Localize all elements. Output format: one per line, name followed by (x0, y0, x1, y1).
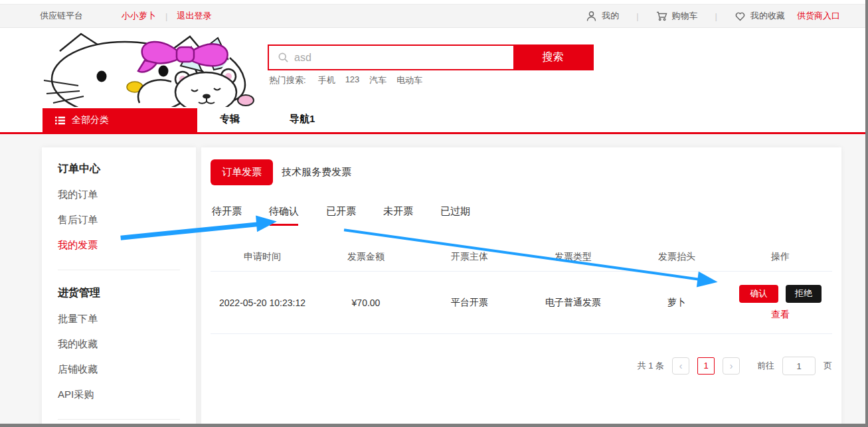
confirm-button[interactable]: 确认 (739, 285, 778, 303)
search-input[interactable] (294, 46, 513, 69)
topbar-divider: | (165, 11, 167, 21)
tab-expired[interactable]: 已过期 (440, 205, 470, 226)
next-page-button[interactable]: › (723, 357, 740, 375)
invoice-table: 申请时间 发票金额 开票主体 发票类型 发票抬头 操作 2022-05-20 1… (211, 243, 832, 334)
cell-actions: 确认 拒绝 查看 (729, 285, 832, 321)
col-apply-time: 申请时间 (211, 251, 314, 263)
page-unit-label: 页 (824, 360, 832, 372)
menu-icon (54, 115, 66, 126)
my-account-link[interactable]: 我的 (586, 10, 619, 22)
table-row: 2022-05-20 10:23:12 ¥70.00 平台开票 电子普通发票 萝… (211, 272, 832, 334)
col-invoice-type: 发票类型 (521, 251, 625, 263)
logout-link[interactable]: 退出登录 (177, 10, 211, 22)
nav-item-nav1[interactable]: 导航1 (290, 113, 315, 126)
search-button[interactable]: 搜索 (513, 46, 592, 69)
username-link[interactable]: 小小萝卜 (122, 10, 156, 22)
table-header-row: 申请时间 发票金额 开票主体 发票类型 发票抬头 操作 (211, 243, 832, 272)
sidebar-item-aftersale-orders[interactable]: 售后订单 (58, 214, 180, 226)
content-area: 订单中心 我的订单 售后订单 我的发票 进货管理 批量下单 我的收藏 店铺收藏 … (0, 134, 865, 424)
hot-search-label: 热门搜索: (269, 74, 306, 86)
search-icon (278, 52, 289, 63)
cart-icon (656, 11, 667, 22)
supplier-entry-link[interactable]: 供货商入口 (797, 10, 840, 22)
tab-pending-confirm[interactable]: 待确认 (269, 205, 299, 226)
sidebar-item-my-invoices[interactable]: 我的发票 (58, 239, 180, 252)
chevron-right-icon: › (730, 361, 733, 371)
col-issuer: 开票主体 (418, 251, 521, 263)
sidebar: 订单中心 我的订单 售后订单 我的发票 进货管理 批量下单 我的收藏 店铺收藏 … (42, 147, 196, 427)
tab-tech-service-invoice[interactable]: 技术服务费发票 (282, 166, 351, 179)
heart-icon (735, 11, 746, 22)
chevron-left-icon: ‹ (679, 361, 683, 371)
all-categories-button[interactable]: 全部分类 (43, 108, 197, 132)
topbar: 供应链平台 小小萝卜 | 退出登录 我的 | 购物车 | (0, 4, 865, 28)
cell-invoice-title: 萝卜 (625, 297, 729, 309)
sidebar-divider (58, 270, 180, 270)
hot-keyword[interactable]: 电动车 (396, 74, 422, 86)
cell-invoice-type: 电子普通发票 (521, 297, 625, 309)
cell-apply-time: 2022-05-20 10:23:12 (211, 298, 314, 308)
status-tabs: 待开票 待确认 已开票 未开票 已过期 (212, 205, 832, 226)
cell-issuer: 平台开票 (418, 297, 521, 309)
hot-keyword[interactable]: 手机 (318, 74, 335, 86)
logo-cat-image[interactable] (40, 31, 260, 107)
hot-keyword[interactable]: 汽车 (369, 74, 387, 86)
reject-button[interactable]: 拒绝 (786, 285, 822, 303)
user-icon (586, 11, 597, 22)
sidebar-item-my-favorites[interactable]: 我的收藏 (58, 338, 180, 351)
col-actions: 操作 (729, 251, 832, 263)
sidebar-divider (58, 419, 180, 420)
pagination: 共 1 条 ‹ 1 › 前往 页 (211, 357, 832, 375)
tab-pending-issue[interactable]: 待开票 (212, 205, 242, 226)
goto-label: 前往 (757, 360, 774, 372)
platform-title: 供应链平台 (40, 10, 83, 22)
tab-not-issued[interactable]: 未开票 (383, 205, 413, 226)
search-bar: 搜索 (268, 44, 594, 70)
sidebar-section-purchase-mgmt: 进货管理 (58, 286, 180, 300)
main-nav: 全部分类 专辑 导航1 (0, 108, 865, 132)
view-link[interactable]: 查看 (771, 309, 790, 321)
col-amount: 发票金额 (314, 251, 418, 263)
nav-item-album[interactable]: 专辑 (220, 113, 240, 126)
col-invoice-title: 发票抬头 (625, 251, 729, 263)
tab-issued[interactable]: 已开票 (326, 205, 356, 226)
cell-amount: ¥70.00 (314, 298, 418, 308)
sidebar-item-api-purchase[interactable]: API采购 (58, 388, 180, 401)
sidebar-item-shop-favorites[interactable]: 店铺收藏 (58, 363, 180, 376)
current-page-button[interactable]: 1 (697, 357, 715, 375)
topbar-divider: | (715, 11, 717, 21)
favorites-link[interactable]: 我的收藏 (735, 10, 785, 22)
goto-page-input[interactable] (782, 357, 816, 375)
invoice-panel: 订单发票 技术服务费发票 待开票 待确认 已开票 未开票 已过期 申请时间 发票… (201, 147, 841, 427)
sidebar-item-bulk-order[interactable]: 批量下单 (58, 313, 180, 325)
cart-link[interactable]: 购物车 (656, 10, 698, 22)
sidebar-section-order-center: 订单中心 (58, 162, 180, 176)
hot-search: 热门搜索: 手机 123 汽车 电动车 (269, 74, 422, 86)
tab-order-invoice[interactable]: 订单发票 (211, 159, 273, 185)
browser-page: 供应链平台 小小萝卜 | 退出登录 我的 | 购物车 | (0, 0, 868, 427)
prev-page-button[interactable]: ‹ (672, 357, 689, 375)
topbar-divider: | (636, 11, 638, 21)
total-count: 共 1 条 (638, 360, 664, 372)
sidebar-item-my-orders[interactable]: 我的订单 (58, 189, 180, 201)
hot-keyword[interactable]: 123 (345, 74, 360, 86)
